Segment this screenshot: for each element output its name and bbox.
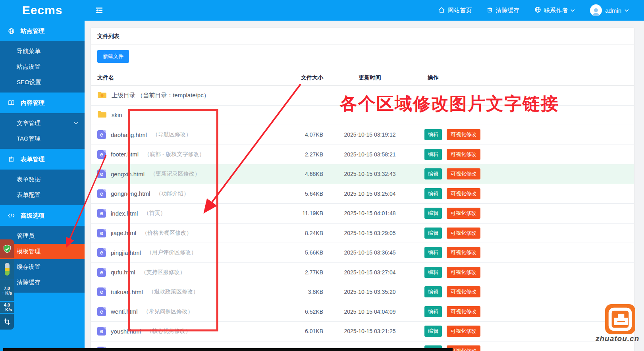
edit-button[interactable]: 编辑 [424,306,442,317]
file-name[interactable]: tuikuan.html [111,289,143,295]
table-row[interactable]: e tuikuan.html （退款政策区修改） 3.8KB 2025-10-1… [91,282,634,302]
edit-button[interactable]: 编辑 [424,188,442,199]
file-name[interactable]: skin [112,112,122,118]
sidebar-item-文章管理[interactable]: 文章管理 [0,116,85,131]
edit-button[interactable]: 编辑 [424,267,442,278]
file-updated-time: 2025-10-15 03:58:21 [327,151,413,158]
globe-icon [534,6,541,14]
file-name[interactable]: jiage.html [111,230,136,236]
file-description: （导航区修改） [152,131,191,138]
file-name[interactable]: youshi.html [111,328,141,335]
sidebar-sub-label: TAG管理 [17,135,40,143]
table-body: 上级目录 （当前目录：template/pc） skin e daohang.h… [91,86,634,351]
topbar: Eecms 网站首页 清除缓存 联系作者 admin [0,0,644,21]
edit-button[interactable]: 编辑 [424,168,442,179]
edit-button[interactable]: 编辑 [424,208,442,219]
edit-button[interactable]: 编辑 [424,326,442,337]
table-row[interactable]: e qufu.html （支持区服修改） 2.77KB 2025-10-15 0… [91,263,634,283]
file-name[interactable]: footer.html [111,151,139,158]
file-name[interactable]: daohang.html [111,131,147,138]
sidebar-item-表单配置[interactable]: 表单配置 [0,187,85,203]
sidebar-sub-label: 导航菜单 [17,48,40,55]
sidebar-sub-label: 表单配置 [17,191,40,199]
table-row[interactable]: e jiage.html （价格套餐区修改） 8.24KB 2025-10-15… [91,224,634,243]
new-file-button[interactable]: 新建文件 [97,50,129,63]
user-menu[interactable]: admin [590,4,629,16]
menu-collapse-icon[interactable] [94,5,105,15]
nav-label: 网站首页 [448,7,472,14]
table-row[interactable]: e footer.html （底部 - 版权文字修改） 2.27KB 2025-… [91,145,634,165]
file-name[interactable]: pingjia.html [111,249,141,256]
row-actions: 编辑 可视化修改 [413,228,634,239]
topbar-item-1[interactable]: 清除缓存 [487,7,519,14]
table-row[interactable]: e wenti.html （常见问题区修改） 6.52KB 2025-10-15… [91,302,634,322]
visual-edit-button[interactable]: 可视化修改 [447,306,480,317]
topbar-nav: 网站首页 清除缓存 联系作者 admin [438,0,629,21]
table-row[interactable]: e gongneng.html （功能介绍） 5.64KB 2025-10-15… [91,184,634,204]
sidebar-parent-高级选项[interactable]: 高级选项 [0,205,85,226]
sidebar-item-导航菜单[interactable]: 导航菜单 [0,44,85,59]
file-updated-time: 2025-10-15 03:27:04 [327,269,413,276]
visual-edit-button[interactable]: 可视化修改 [447,149,480,160]
visual-edit-button[interactable]: 可视化修改 [447,286,480,297]
file-updated-time: 2025-10-15 03:32:43 [327,171,413,177]
crop-icon[interactable] [0,314,14,330]
sidebar-sub-label: SEO设置 [17,79,41,86]
table-row[interactable]: e index.html （首页） 11.19KB 2025-10-15 04:… [91,204,634,224]
visual-edit-button[interactable]: 可视化修改 [447,247,480,258]
table-row[interactable]: skin [91,106,634,125]
file-description: （功能介绍） [156,190,189,197]
visual-edit-button[interactable]: 可视化修改 [447,129,480,140]
file-name[interactable]: gengxin.html [111,171,145,177]
gauge-pill-icon[interactable] [0,259,14,280]
html-file-icon: e [97,189,106,198]
main-content: 文件列表 新建文件 文件名 文件大小 更新时间 操作 上级目录 （当前目录：te… [85,21,644,351]
shield-check-icon[interactable] [0,239,14,258]
topbar-item-2[interactable]: 联系作者 [534,6,575,14]
file-name[interactable]: gongneng.html [111,190,150,197]
edit-button[interactable]: 编辑 [424,247,442,258]
sidebar-parent-label: 表单管理 [21,156,44,163]
sidebar-parent-站点管理[interactable]: 站点管理 [0,21,85,41]
visual-edit-button[interactable]: 可视化修改 [447,267,480,278]
visual-edit-button[interactable]: 可视化修改 [447,168,480,179]
sidebar-parent-内容管理[interactable]: 内容管理 [0,93,85,113]
nav-label: 联系作者 [544,7,568,14]
html-file-icon: e [97,229,106,237]
topbar-item-0[interactable]: 网站首页 [438,7,472,14]
file-description: （首页） [143,210,166,217]
file-name[interactable]: qufu.html [111,269,135,276]
table-row[interactable]: 上级目录 （当前目录：template/pc） [91,86,634,106]
table-row[interactable]: e pingjia.html （用户评价区修改） 5.66KB 2025-10-… [91,243,634,263]
file-name[interactable]: 上级目录 （当前目录：template/pc） [112,92,210,99]
visual-edit-button[interactable]: 可视化修改 [447,228,480,239]
table-row[interactable]: e youshi.html （核心优势修改） 6.01KB 2025-10-15… [91,322,634,341]
file-updated-time: 2025-10-15 03:25:04 [327,191,413,197]
sidebar-sub-label: 清除缓存 [17,279,40,286]
edit-button[interactable]: 编辑 [424,286,442,297]
html-file-icon: e [97,287,106,296]
edit-button[interactable]: 编辑 [424,129,442,140]
sidebar-item-SEO设置[interactable]: SEO设置 [0,75,85,90]
file-name[interactable]: wenti.html [111,308,138,315]
row-actions: 编辑 可视化修改 [413,267,634,278]
visual-edit-button[interactable]: 可视化修改 [447,208,480,219]
sidebar-item-表单数据[interactable]: 表单数据 [0,172,85,187]
sidebar-parent-表单管理[interactable]: 表单管理 [0,149,85,170]
book-icon [8,100,15,106]
edit-button[interactable]: 编辑 [424,228,442,239]
visual-edit-button[interactable]: 可视化修改 [447,326,480,337]
sidebar-item-站点设置[interactable]: 站点设置 [0,59,85,75]
sidebar-item-TAG管理[interactable]: TAG管理 [0,131,85,147]
code-icon [8,212,15,219]
visual-edit-button[interactable]: 可视化修改 [447,188,480,199]
file-name[interactable]: index.html [111,210,138,217]
row-actions: 编辑 可视化修改 [413,286,634,297]
table-header: 文件名 文件大小 更新时间 操作 [91,70,634,86]
avatar [590,4,602,16]
table-row[interactable]: e daohang.html （导航区修改） 4.07KB 2025-10-15… [91,125,634,145]
down-arrow-icon: ↓ [2,307,4,312]
table-row[interactable]: e gengxin.html （更新记录区修改） 4.68KB 2025-10-… [91,164,634,184]
parent-folder-icon [97,91,107,100]
edit-button[interactable]: 编辑 [424,149,442,160]
